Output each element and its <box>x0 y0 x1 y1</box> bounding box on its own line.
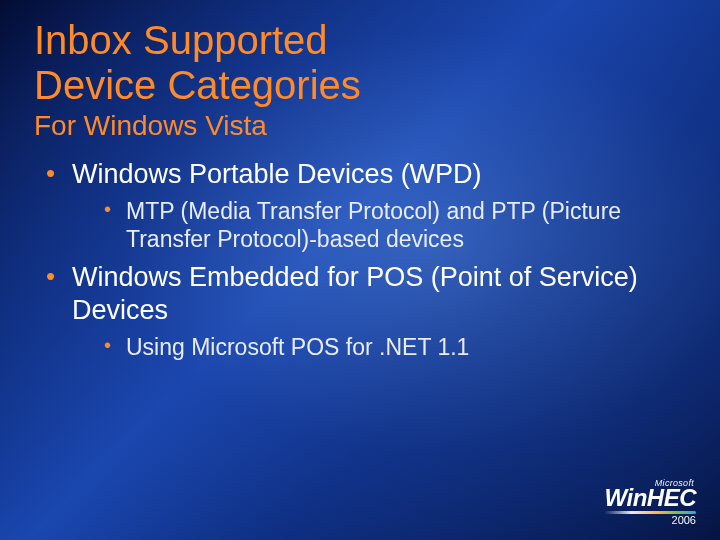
sub-bullet-list: Using Microsoft POS for .NET 1.1 <box>72 333 686 361</box>
slide: Inbox Supported Device Categories For Wi… <box>0 0 720 540</box>
logo-brand-a: Win <box>605 484 647 511</box>
title-line-2: Device Categories <box>34 63 361 107</box>
bullet-text: Windows Portable Devices (WPD) <box>72 159 482 189</box>
bullet-text: Windows Embedded for POS (Point of Servi… <box>72 262 638 325</box>
bullet-text: Using Microsoft POS for .NET 1.1 <box>126 334 469 360</box>
logo-brand: WinHEC <box>604 486 696 510</box>
list-item: Windows Embedded for POS (Point of Servi… <box>42 261 686 361</box>
sub-bullet-list: MTP (Media Transfer Protocol) and PTP (P… <box>72 197 686 253</box>
bullet-text: MTP (Media Transfer Protocol) and PTP (P… <box>126 198 621 252</box>
slide-subtitle: For Windows Vista <box>34 110 686 142</box>
slide-title: Inbox Supported Device Categories <box>34 18 686 108</box>
logo-vendor: Microsoft <box>604 479 696 488</box>
logo-brand-b: HEC <box>647 484 696 511</box>
title-line-1: Inbox Supported <box>34 18 328 62</box>
logo-year: 2006 <box>604 515 696 526</box>
list-item: Using Microsoft POS for .NET 1.1 <box>102 333 686 361</box>
list-item: MTP (Media Transfer Protocol) and PTP (P… <box>102 197 686 253</box>
bullet-list: Windows Portable Devices (WPD) MTP (Medi… <box>34 158 686 361</box>
winhec-logo: Microsoft WinHEC 2006 <box>604 479 696 526</box>
list-item: Windows Portable Devices (WPD) MTP (Medi… <box>42 158 686 253</box>
